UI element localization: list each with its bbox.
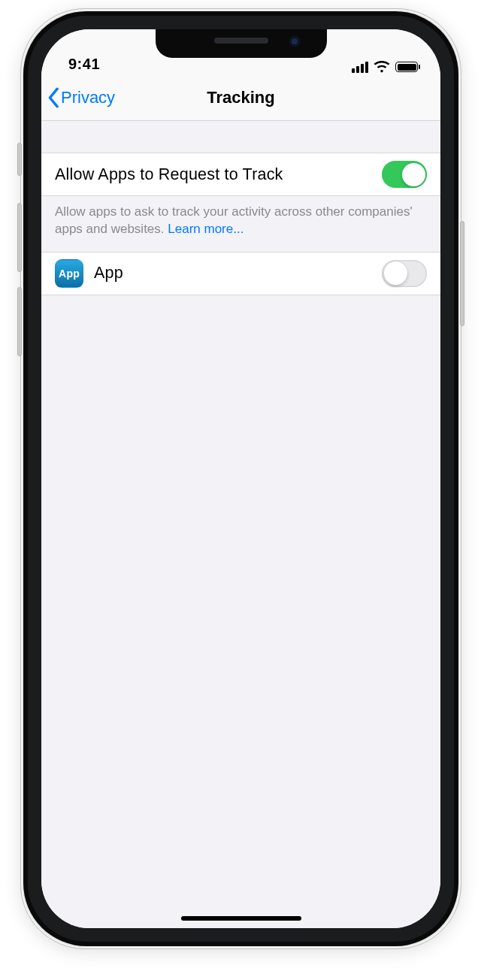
app-icon: App [55,259,83,288]
battery-icon [395,62,418,72]
home-indicator[interactable] [181,916,301,921]
content-area: Allow Apps to Request to Track Allow app… [41,121,440,928]
phone-screen: 9:41 Privacy [41,29,440,928]
status-time: 9:41 [68,56,100,73]
section-footer: Allow apps to ask to track your activity… [41,196,440,252]
back-button[interactable]: Privacy [47,87,115,108]
chevron-left-icon [47,87,60,108]
cellular-signal-icon [352,62,368,73]
app-tracking-toggle[interactable] [382,260,427,287]
navigation-bar: Privacy Tracking [41,74,440,121]
back-label: Privacy [61,88,115,107]
volume-up-button [17,203,22,272]
silent-switch [17,143,22,176]
learn-more-link[interactable]: Learn more... [168,222,244,236]
side-button [460,221,464,326]
volume-down-button [17,287,22,356]
allow-apps-request-label: Allow Apps to Request to Track [55,165,283,184]
app-tracking-row: App App [41,252,440,295]
allow-apps-request-row: Allow Apps to Request to Track [41,153,440,196]
allow-apps-request-toggle[interactable] [382,161,427,188]
wifi-icon [374,61,390,73]
app-name-label: App [94,264,123,283]
status-bar: 9:41 [41,29,440,74]
page-title: Tracking [207,88,274,107]
